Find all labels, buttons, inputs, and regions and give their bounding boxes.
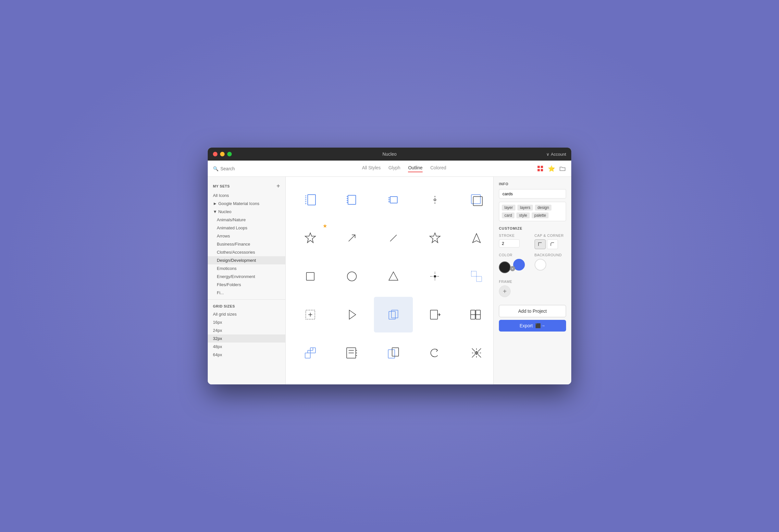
background-label: BACKGROUND: [535, 253, 566, 257]
grid-view-icon[interactable]: [537, 165, 544, 172]
traffic-lights: [213, 152, 232, 156]
tag-palette[interactable]: palette: [532, 212, 548, 218]
frame-add-button[interactable]: +: [499, 285, 511, 297]
svg-marker-24: [305, 233, 315, 243]
icon-cell-7[interactable]: [333, 220, 371, 256]
cap-corner-col: CAP & CORNER: [535, 234, 566, 249]
icon-cell-18[interactable]: [374, 297, 413, 332]
sidebar-item-design[interactable]: Design/Development: [208, 256, 285, 264]
sidebar: MY SETS + All Icons ► Google Material Ic…: [208, 177, 286, 384]
svg-rect-15: [390, 197, 397, 203]
add-to-project-button[interactable]: Add to Project: [499, 305, 566, 317]
icon-cell-12[interactable]: [333, 259, 371, 294]
tab-glyph[interactable]: Glyph: [388, 165, 401, 172]
info-search-input[interactable]: [499, 189, 566, 199]
color-bg-row: COLOR × BACKGROUND: [499, 253, 566, 276]
export-button[interactable]: Export ⬛→: [499, 320, 566, 332]
background-swatch[interactable]: [535, 259, 546, 271]
icon-cell-14[interactable]: [415, 259, 455, 294]
icon-cell-17[interactable]: [333, 297, 371, 332]
app-window: Nucleo ∨ Account 🔍 All Styles Glyph Outl…: [208, 148, 571, 384]
svg-rect-29: [306, 272, 314, 280]
tab-all-styles[interactable]: All Styles: [362, 165, 381, 172]
sidebar-item-24px[interactable]: 24px: [208, 326, 285, 334]
icon-cell-13[interactable]: [374, 259, 413, 294]
icon-cell-25[interactable]: [457, 335, 493, 371]
info-panel: INFO layer layers design card style pale…: [493, 177, 571, 384]
favorites-icon[interactable]: ⭐: [548, 165, 555, 172]
search-box[interactable]: 🔍: [213, 166, 272, 171]
folder-icon[interactable]: [559, 165, 566, 172]
stroke-label: STROKE: [499, 234, 531, 238]
sidebar-item-64px[interactable]: 64px: [208, 351, 285, 359]
icon-cell-2[interactable]: [333, 182, 371, 218]
titlebar: Nucleo ∨ Account: [208, 148, 571, 160]
stroke-input[interactable]: [499, 240, 520, 248]
sidebar-item-emoticons[interactable]: Emoticons: [208, 264, 285, 272]
stroke-col: STROKE: [499, 234, 531, 249]
color-delete-button[interactable]: ×: [510, 266, 515, 271]
icon-cell-3[interactable]: [374, 182, 413, 218]
icon-cell-1[interactable]: [291, 182, 330, 218]
account-menu[interactable]: ∨ Account: [546, 152, 566, 157]
app-title: Nucleo: [382, 151, 397, 157]
tab-outline[interactable]: Outline: [408, 165, 422, 172]
icon-cell-9[interactable]: [415, 220, 455, 256]
account-label: Account: [551, 152, 566, 157]
icon-cell-21[interactable]: [291, 335, 330, 371]
tag-card[interactable]: card: [502, 212, 515, 218]
sidebar-item-animated[interactable]: Animated Loops: [208, 224, 285, 232]
icon-cell-5[interactable]: [457, 182, 493, 218]
sidebar-item-all-icons[interactable]: All Icons: [208, 191, 285, 200]
icon-cell-20[interactable]: [457, 297, 493, 332]
close-button[interactable]: [213, 152, 218, 156]
icon-cell-10[interactable]: [457, 220, 493, 256]
search-input[interactable]: [220, 166, 266, 171]
icon-cell-6[interactable]: ★: [291, 220, 330, 256]
svg-line-25: [349, 235, 355, 241]
color-swatch-black[interactable]: [499, 261, 511, 273]
sidebar-item-nucleo[interactable]: ▼ Nucleo: [208, 208, 285, 216]
sidebar-item-arrows[interactable]: Arrows: [208, 232, 285, 240]
customize-section: CUSTOMIZE STROKE CAP & CORNER: [499, 226, 566, 297]
svg-rect-4: [308, 195, 315, 205]
sidebar-item-clothes[interactable]: Clothes/Accessories: [208, 248, 285, 256]
tag-layer[interactable]: layer: [502, 205, 516, 210]
tag-design[interactable]: design: [535, 205, 551, 210]
tab-colored[interactable]: Colored: [430, 165, 446, 172]
grid-sizes-header: GRID SIZES: [208, 302, 285, 310]
svg-rect-61: [388, 350, 395, 358]
sidebar-item-google-material[interactable]: ► Google Material Icons: [208, 200, 285, 208]
tag-style[interactable]: style: [517, 212, 530, 218]
icon-cell-8[interactable]: [374, 220, 413, 256]
cap-corner-options: [535, 240, 566, 249]
sidebar-item-fi[interactable]: Fi...: [208, 289, 285, 297]
minimize-button[interactable]: [220, 152, 225, 156]
sidebar-item-all-grid[interactable]: All grid sizes: [208, 310, 285, 318]
sidebar-item-files[interactable]: Files/Folders: [208, 281, 285, 289]
sidebar-item-business[interactable]: Business/Finance: [208, 240, 285, 248]
main-area: MY SETS + All Icons ► Google Material Ic…: [208, 177, 571, 384]
maximize-button[interactable]: [227, 152, 232, 156]
svg-line-26: [390, 235, 397, 241]
cap-square-button[interactable]: [535, 240, 546, 249]
tag-layers[interactable]: layers: [518, 205, 533, 210]
icon-cell-19[interactable]: [415, 297, 455, 332]
svg-rect-37: [471, 271, 477, 276]
sidebar-item-animals[interactable]: Animals/Nature: [208, 216, 285, 224]
icon-cell-24[interactable]: [415, 335, 455, 371]
icon-cell-4[interactable]: [415, 182, 455, 218]
sidebar-item-32px[interactable]: 32px: [208, 334, 285, 343]
sidebar-divider: [208, 300, 285, 300]
sidebar-item-16px[interactable]: 16px: [208, 318, 285, 326]
icon-cell-11[interactable]: [291, 259, 330, 294]
icon-cell-16[interactable]: [291, 297, 330, 332]
add-set-button[interactable]: +: [277, 183, 280, 189]
sidebar-item-energy[interactable]: Energy/Environment: [208, 272, 285, 281]
icon-cell-23[interactable]: [374, 335, 413, 371]
icon-cell-15[interactable]: [457, 259, 493, 294]
my-sets-label: MY SETS: [213, 184, 230, 188]
cap-round-button[interactable]: [547, 240, 558, 249]
icon-cell-22[interactable]: [333, 335, 371, 371]
sidebar-item-48px[interactable]: 48px: [208, 343, 285, 351]
